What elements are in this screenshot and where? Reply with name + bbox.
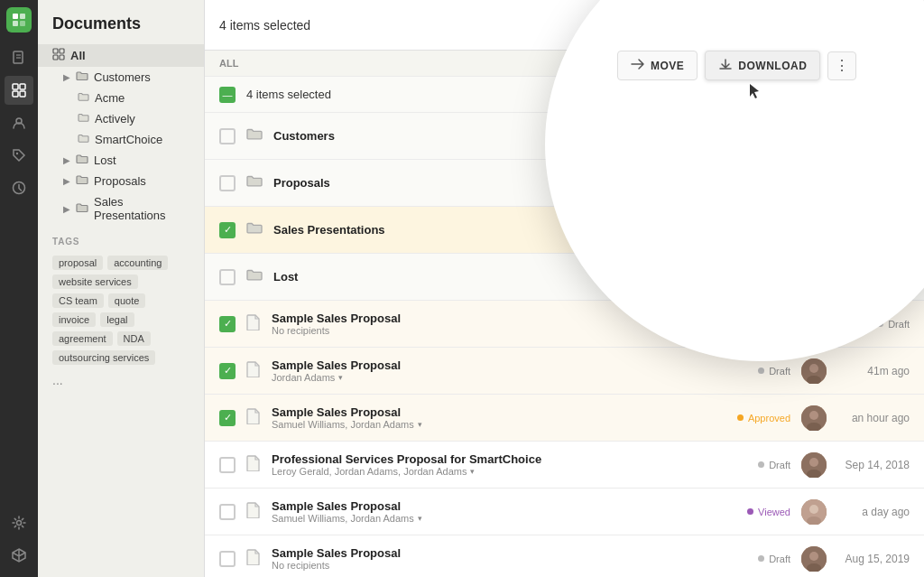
select-all-checkbox[interactable]: — xyxy=(219,87,236,103)
sidebar-item-all[interactable]: All xyxy=(38,44,204,67)
sidebar-item-smartchoice[interactable]: SmartChoice xyxy=(38,129,204,150)
row-checkbox[interactable] xyxy=(219,551,236,567)
sidebar-item-acme[interactable]: Acme xyxy=(38,88,204,108)
row-checkbox[interactable] xyxy=(219,128,236,144)
tag-website-services[interactable]: website services xyxy=(52,275,138,289)
sidebar-item-sales-presentations[interactable]: ▶ Sales Presentations xyxy=(38,191,204,226)
sidebar: Documents All ▶ Customers Acme Actively … xyxy=(38,0,205,577)
doc-info: Sample Sales Proposal Samuel Williams, J… xyxy=(272,499,736,524)
doc-date: Aug 15, 2019 xyxy=(837,553,910,565)
folder-icon-main xyxy=(246,221,263,238)
doc-file-icon xyxy=(246,361,261,381)
tag-nda[interactable]: NDA xyxy=(117,331,151,346)
doc-status: Draft xyxy=(758,460,790,470)
doc-file-icon xyxy=(246,408,261,428)
sidebar-item-label: SmartChoice xyxy=(95,133,162,146)
row-checkbox[interactable] xyxy=(219,269,236,285)
icon-bar xyxy=(0,0,38,577)
main-content: 4 items selected CREATE ▼ ? All — 4 item… xyxy=(205,0,924,577)
items-selected-count: 4 items selected xyxy=(246,88,331,101)
download-button[interactable]: DOWNLOAD xyxy=(705,51,820,80)
more-dots-icon: ⋮ xyxy=(835,57,849,74)
table-row[interactable]: Sample Sales Proposal Samuel Williams, J… xyxy=(205,489,924,535)
nav-icon-tag[interactable] xyxy=(5,141,33,170)
doc-file-icon xyxy=(246,455,261,475)
table-row[interactable]: Professional Services Proposal for Smart… xyxy=(205,442,924,489)
doc-avatar xyxy=(801,358,827,384)
svg-rect-2 xyxy=(13,21,18,26)
app-logo xyxy=(6,7,32,33)
sidebar-item-proposals[interactable]: ▶ Proposals xyxy=(38,171,204,191)
sidebar-item-label: Customers xyxy=(94,70,151,84)
more-actions-button[interactable]: ⋮ xyxy=(827,51,856,80)
svg-rect-15 xyxy=(53,49,58,53)
tag-quote[interactable]: quote xyxy=(108,293,146,308)
row-checkbox[interactable]: ✓ xyxy=(219,316,236,332)
tag-proposal[interactable]: proposal xyxy=(52,256,103,270)
chevron-down-icon: ▾ xyxy=(418,514,422,523)
doc-avatar xyxy=(801,546,827,572)
status-label: Draft xyxy=(769,460,790,470)
table-row[interactable]: Sample Sales Proposal No recipients Draf… xyxy=(205,535,924,577)
move-button[interactable]: MOVE xyxy=(617,51,698,80)
svg-point-38 xyxy=(809,505,818,514)
tag-cs-team[interactable]: CS team xyxy=(52,293,104,308)
nav-icon-documents[interactable] xyxy=(5,43,33,72)
nav-icon-clock[interactable] xyxy=(5,173,33,202)
doc-date: 41m ago xyxy=(837,365,910,377)
doc-name: Professional Services Proposal for Smart… xyxy=(272,452,747,466)
row-checkbox[interactable]: ✓ xyxy=(219,363,236,379)
table-row[interactable]: ✓ Sample Sales Proposal Samuel Williams,… xyxy=(205,395,924,442)
sidebar-item-customers[interactable]: ▶ Customers xyxy=(38,67,204,88)
svg-point-12 xyxy=(16,153,18,154)
folder-icon xyxy=(76,154,88,167)
status-label: Draft xyxy=(769,366,790,377)
table-row[interactable]: ✓ Sample Sales Proposal Jordan Adams ▾ D… xyxy=(205,348,924,395)
sidebar-item-label: Proposals xyxy=(94,174,146,188)
chevron-icon: ▶ xyxy=(63,204,70,214)
chevron-icon: ▶ xyxy=(63,155,70,165)
doc-avatar xyxy=(801,452,827,478)
status-label: Viewed xyxy=(758,507,790,517)
svg-rect-3 xyxy=(20,21,25,26)
tag-invoice[interactable]: invoice xyxy=(52,312,96,327)
row-checkbox[interactable] xyxy=(219,175,236,191)
doc-status: Draft xyxy=(758,366,790,377)
sidebar-item-actively[interactable]: Actively xyxy=(38,108,204,129)
chevron-down-icon: ▾ xyxy=(470,467,475,476)
svg-rect-8 xyxy=(20,84,25,89)
row-checkbox[interactable] xyxy=(219,504,236,520)
sidebar-item-lost[interactable]: ▶ Lost xyxy=(38,150,204,171)
sidebar-title: Documents xyxy=(38,11,204,44)
doc-sub: Leroy Gerald, Jordan Adams, Jordan Adams… xyxy=(272,466,747,477)
svg-point-41 xyxy=(809,552,818,561)
nav-icon-box[interactable] xyxy=(5,541,33,570)
items-selected-label: 4 items selected xyxy=(219,18,600,33)
folder-icon xyxy=(78,91,89,105)
nav-icon-settings[interactable] xyxy=(5,508,33,537)
folder-icon-main xyxy=(246,174,263,191)
svg-point-35 xyxy=(809,458,818,467)
tag-agreement[interactable]: agreement xyxy=(52,331,113,346)
doc-name: Sample Sales Proposal xyxy=(272,546,747,560)
more-tags-button[interactable]: ··· xyxy=(38,368,204,397)
doc-avatar xyxy=(801,405,827,431)
status-dot xyxy=(747,508,753,515)
folder-icon xyxy=(78,112,89,126)
status-label: Draft xyxy=(888,319,910,330)
tag-outsourcing-services[interactable]: outsourcing services xyxy=(52,350,155,365)
tag-legal[interactable]: legal xyxy=(100,312,134,327)
doc-info: Sample Sales Proposal Jordan Adams ▾ xyxy=(272,358,747,383)
nav-icon-active[interactable] xyxy=(5,76,33,105)
doc-date: a day ago xyxy=(837,506,910,518)
row-checkbox[interactable]: ✓ xyxy=(219,410,236,426)
nav-icon-contacts[interactable] xyxy=(5,108,33,137)
folder-icon-main xyxy=(246,127,263,144)
row-checkbox[interactable] xyxy=(219,457,236,473)
status-dot xyxy=(758,368,764,374)
doc-name: Sample Sales Proposal xyxy=(272,405,726,419)
all-icon xyxy=(52,48,65,63)
row-checkbox[interactable]: ✓ xyxy=(219,222,236,238)
folder-icon xyxy=(78,133,89,146)
tag-accounting[interactable]: accounting xyxy=(107,256,168,270)
